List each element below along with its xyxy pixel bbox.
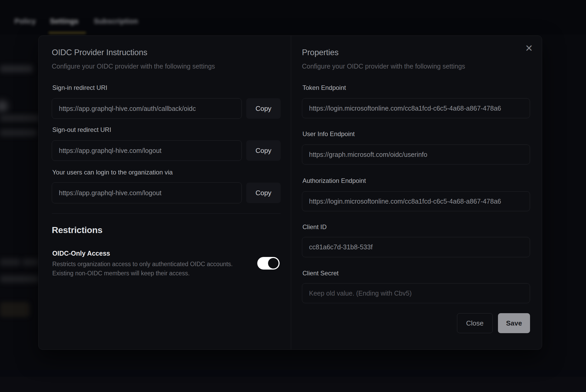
field-label: Client ID (302, 223, 327, 231)
client-id-input[interactable] (302, 237, 530, 257)
field-label: Sign-out redirect URI (52, 126, 111, 133)
copy-button[interactable]: Copy (246, 98, 281, 119)
close-button[interactable]: Close (457, 313, 493, 333)
properties-title: Properties (302, 48, 338, 57)
authorization-endpoint-input[interactable] (302, 191, 530, 211)
client-secret-input[interactable] (302, 283, 530, 303)
field-label: Authorization Endpoint (302, 177, 366, 184)
section-divider (52, 213, 281, 214)
field-label: Token Endpoint (302, 84, 346, 91)
field-label: User Info Endpoint (302, 130, 355, 138)
user-info-endpoint-input[interactable] (302, 145, 530, 164)
close-modal-button[interactable]: ✕ (522, 42, 536, 55)
oidc-only-access-description: Existing non-OIDC members will keep thei… (52, 270, 190, 277)
properties-subtitle: Configure your OIDC provider with the fo… (302, 63, 465, 70)
instructions-subtitle: Configure your OIDC provider with the fo… (52, 63, 215, 70)
copy-button[interactable]: Copy (246, 140, 281, 161)
save-button[interactable]: Save (498, 313, 530, 333)
field-label: Sign-in redirect URI (52, 84, 107, 91)
token-endpoint-input[interactable] (302, 98, 530, 118)
screen: Policy Settings Subscription ✕ OIDC Prov… (0, 0, 586, 392)
restrictions-title: Restrictions (52, 225, 102, 235)
toggle-thumb (268, 258, 279, 269)
field-label: Your users can login to the organization… (52, 169, 173, 176)
field-label: Client Secret (302, 270, 338, 277)
copy-button[interactable]: Copy (246, 183, 281, 203)
sign-in-redirect-uri-input[interactable] (52, 98, 242, 119)
column-divider (291, 36, 291, 349)
sign-out-redirect-uri-input[interactable] (52, 140, 242, 161)
oidc-only-access-label: OIDC-Only Access (52, 250, 110, 257)
oidc-modal: ✕ OIDC Provider Instructions Configure y… (38, 35, 542, 350)
oidc-only-access-toggle[interactable] (257, 257, 280, 270)
close-icon: ✕ (525, 43, 533, 54)
organization-login-uri-input[interactable] (52, 182, 242, 203)
instructions-title: OIDC Provider Instructions (52, 48, 147, 57)
oidc-only-access-description: Restricts organization access to only au… (52, 261, 233, 268)
